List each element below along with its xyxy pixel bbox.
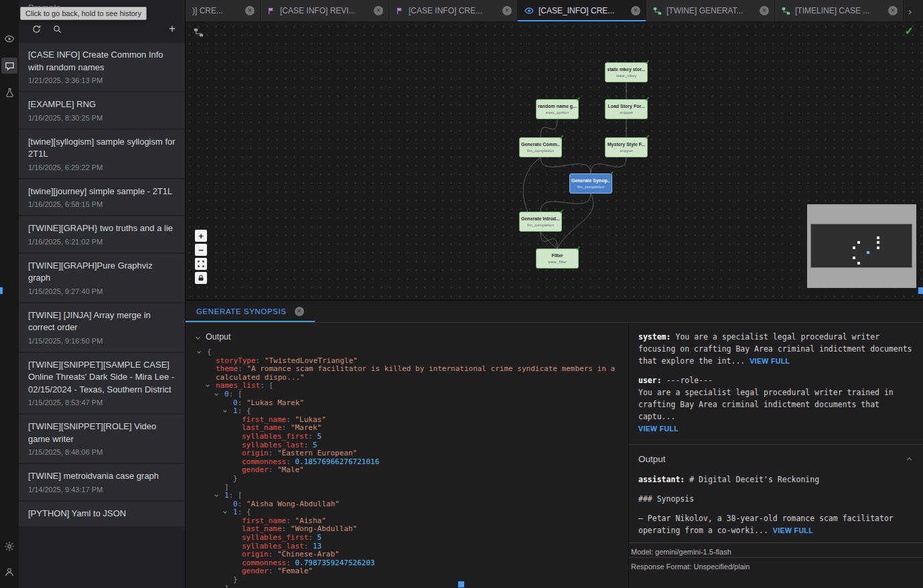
output-section-header[interactable]: Output [638,445,914,473]
prompts-icon[interactable] [1,58,17,74]
tab-close-icon[interactable]: × [888,6,898,15]
collapse-caret-icon[interactable] [223,510,227,514]
editor-tab[interactable]: [TIMELINE] CASE ...× [775,0,904,21]
flask-icon[interactable] [1,84,17,100]
prompt-list-item[interactable]: [twine][journey] simple sample - 2T1L1/1… [19,179,185,216]
collapse-caret-icon[interactable] [214,493,218,497]
tab-close-icon[interactable]: × [760,6,769,15]
collapse-caret-icon[interactable] [197,350,201,354]
tab-label: )] CRE... [192,6,240,15]
json-token-punc: : [282,524,291,533]
user-view-full-link[interactable]: VIEW FULL [638,425,679,433]
system-view-full-link[interactable]: VIEW FULL [750,357,790,365]
tab-overflow-chevron-icon[interactable]: › [904,0,916,21]
eye-icon[interactable] [1,31,17,47]
selection-handle-left[interactable] [0,287,3,294]
editor-tab[interactable]: [CASE INFO] REVI...× [261,0,389,21]
chevron-down-icon [196,334,200,339]
graph-node[interactable]: ✓Filterstate_filter [536,248,579,269]
prompt-list-item[interactable]: [TWINE][GRAPH} two truths and a lie1/16/… [19,216,185,252]
settings-gear-icon[interactable] [1,538,17,555]
tab-label: [TIMELINE] CASE ... [795,6,883,15]
fit-view-button[interactable] [195,258,207,270]
json-line: } [192,475,628,484]
refresh-icon[interactable] [32,25,41,33]
prompt-date: 1/16/2025, 6:29:22 PM [28,163,175,171]
bottom-tab-close-icon[interactable]: × [295,307,304,316]
json-line: theme: "A romance scam facilitator is ki… [192,365,628,382]
json-output-pane: Output {storyType: "TwistedLoveTriangle"… [186,323,628,588]
tab-close-icon[interactable]: × [374,6,383,15]
selection-handle-bottom[interactable] [458,581,464,587]
node-title: Mystery Style F... [608,142,645,147]
editor-tab[interactable]: [CASE INFO] CRE...× [389,0,518,21]
tab-close-icon[interactable]: × [502,6,512,15]
graph-node[interactable]: ✓Generate Synop...llm_completion [569,173,612,194]
search-icon[interactable] [53,25,62,33]
tab-close-icon[interactable]: × [245,6,255,15]
node-title: state mkey stor... [608,67,646,72]
tab-label: [CASE INFO] CRE... [409,6,498,15]
prompt-list-item[interactable]: [CASE INFO] Create Common Info with rand… [19,43,185,91]
prompt-list-item[interactable]: [TWINE][GRAPH]Pure Graphviz graph1/15/20… [19,254,185,302]
minimap[interactable] [807,204,916,288]
editor-tab-bar: )] CRE...×[CASE INFO] REVI...×[CASE INFO… [186,0,923,22]
prompt-list-item[interactable]: [TWINE][SNIPPET][ROLE] Video game writer… [19,415,185,463]
account-icon[interactable] [1,564,17,580]
zoom-out-button[interactable]: − [195,244,207,256]
collapse-caret-icon[interactable] [214,392,218,396]
graph-node[interactable]: ✓Mystery Style F...snippet [605,137,648,157]
prompt-list-item[interactable]: [TWINE] metroidvania case graph1/14/2025… [19,464,185,500]
prompt-list-item[interactable]: [PYTHON] Yaml to JSON [19,502,185,527]
output-collapse-header[interactable]: Output [192,327,628,348]
prompt-list-item[interactable]: [TWINE] [JINJA] Array merge in correct o… [19,303,185,352]
node-title: random name g... [538,104,577,109]
zoom-in-button[interactable]: + [195,230,207,242]
prompt-list-item[interactable]: [twine][syllogism] sample syllogism for … [19,130,185,178]
json-token-str: "Female" [277,567,313,575]
graph-node[interactable]: ✓random name g...exec_python [536,99,579,119]
prompt-list-item[interactable]: [EXAMPLE] RNG1/16/2025, 8:30:25 PM [19,92,185,129]
lock-button[interactable] [195,272,207,284]
editor-tab[interactable]: [TWINE] GENERAT...× [646,0,775,21]
graph-canvas[interactable]: ✓state mkey stor...state_mkey✓random nam… [186,22,923,301]
bottom-tab[interactable]: GENERATE SYNOPSIS × [186,301,315,322]
bottom-content: Output {storyType: "TwistedLoveTriangle"… [186,323,923,588]
json-token-punc: : [238,508,246,516]
editor-tab[interactable]: )] CRE...× [186,0,261,21]
main-area: )] CRE...×[CASE INFO] REVI...×[CASE INFO… [186,0,923,588]
json-token-num: 13 [313,542,322,550]
assistant-view-full-link[interactable]: VIEW FULL [773,526,813,534]
tab-close-icon[interactable]: × [631,6,640,15]
graph-node[interactable]: ✓Generate Introd...llm_completion [519,212,562,232]
node-check-icon: ✓ [609,170,614,177]
prompt-list-item[interactable]: [TWINE][SNIPPET][SAMPLE CASE] Online Thr… [19,353,185,414]
editor-tab[interactable]: [CASE_INFO] CRE...× [518,0,646,21]
json-line[interactable]: names_list: [ [192,382,628,390]
sidebar-toolbar: + [19,19,185,39]
graph-node[interactable]: ✓Load Story For...snippet [605,99,648,119]
flow-layout-icon[interactable] [194,27,204,40]
json-token-punc: } [233,575,238,584]
json-token-idx: 0 [233,398,238,407]
json-token-punc: ] [224,584,229,588]
prompt-title: [twine][journey] simple sample - 2T1L [28,186,175,198]
graph-node[interactable]: ✓state mkey stor...state_mkey [605,62,648,82]
collapse-caret-icon[interactable] [223,409,227,413]
selection-handle-right[interactable] [918,287,923,294]
graph-edge [557,194,593,248]
json-token-str: "Wong-Abdullah" [291,524,357,533]
user-text: You are a specialist legal procedural wr… [638,388,894,421]
json-token-punc: { [246,407,251,415]
minimap-viewport[interactable] [810,224,912,268]
tab-label: [CASE INFO] REVI... [280,6,369,15]
collapse-caret-icon[interactable] [206,384,210,388]
minimap-node-dot [853,246,855,249]
app-window: Prompts Click to go back, hold to see hi… [0,0,923,588]
json-token-key: syllables_first [242,533,308,542]
node-check-icon: ✓ [559,134,564,141]
prompt-title: [EXAMPLE] RNG [28,98,175,111]
user-role-label: user: [638,376,662,385]
graph-node[interactable]: ✓Generate Comm...llm_completion [519,137,562,157]
add-prompt-button[interactable]: + [169,23,175,34]
